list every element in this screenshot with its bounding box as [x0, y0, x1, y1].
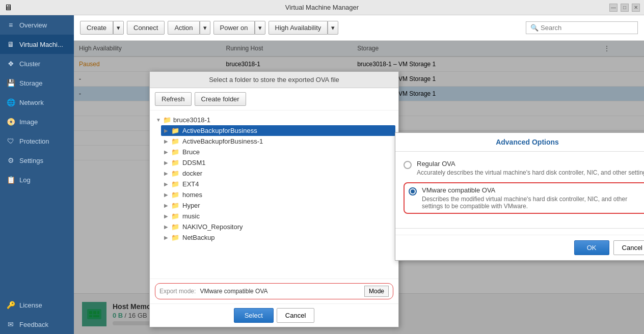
folder-icon: 📁	[171, 148, 179, 156]
tree-item-label: docker	[182, 170, 202, 177]
power-on-button[interactable]: Power on	[213, 21, 255, 35]
sidebar-item-overview[interactable]: ≡ Overview	[0, 15, 74, 35]
restore-button[interactable]: □	[621, 4, 629, 12]
item-expand-icon[interactable]: ▶	[164, 181, 169, 187]
license-icon: 🔑	[6, 300, 15, 310]
tree-item-label: music	[182, 212, 200, 220]
ok-button[interactable]: OK	[574, 240, 609, 255]
sidebar-item-virtual-machine[interactable]: 🖥 Virtual Machi...	[0, 35, 74, 54]
folder-icon: 📁	[171, 212, 179, 220]
item-expand-icon[interactable]: ▶	[164, 160, 169, 165]
folder-icon: 📁	[171, 234, 179, 241]
tree-item[interactable]: ▶📁music	[161, 211, 395, 221]
image-icon: 📀	[6, 117, 15, 126]
cluster-icon: ❖	[6, 59, 15, 68]
search-box[interactable]: 🔍	[526, 21, 638, 34]
radio-vmware-dot	[411, 189, 415, 193]
sidebar-item-cluster[interactable]: ❖ Cluster	[0, 54, 74, 73]
minimize-button[interactable]: —	[609, 4, 618, 12]
folder-tree: ▼ 📁 bruce3018-1 ▶📁ActiveBackupforBusines…	[150, 110, 398, 279]
tree-item-label: EXT4	[182, 180, 199, 188]
tree-item[interactable]: ▶📁ActiveBackupforBusiness	[161, 125, 395, 136]
tree-root-node[interactable]: ▼ 📁 bruce3018-1	[153, 115, 395, 125]
power-on-dropdown[interactable]: ▾	[255, 21, 265, 35]
sidebar-item-storage[interactable]: 💾 Storage	[0, 73, 74, 93]
folder-icon: 📁	[163, 116, 171, 124]
tree-item-label: ActiveBackupforBusiness	[182, 127, 257, 134]
tree-item-label: Hyper	[182, 202, 200, 209]
export-mode-value: VMware compatible OVA	[200, 288, 360, 295]
select-button[interactable]: Select	[234, 308, 274, 323]
close-button[interactable]: ✕	[632, 4, 640, 12]
item-expand-icon[interactable]: ▶	[164, 213, 169, 219]
sidebar-item-image[interactable]: 📀 Image	[0, 112, 74, 131]
connect-button[interactable]: Connect	[127, 21, 165, 35]
sidebar-label-settings: Settings	[19, 157, 43, 164]
adv-cancel-button[interactable]: Cancel	[613, 240, 644, 255]
action-button[interactable]: Action	[168, 21, 199, 35]
sidebar-label-image: Image	[19, 118, 38, 126]
radio-regular-ova[interactable]: Regular OVA Accurately describes the vir…	[404, 160, 644, 176]
high-availability-button[interactable]: High Availability	[269, 21, 328, 35]
item-expand-icon[interactable]: ▶	[164, 192, 169, 198]
radio-vmware-ova[interactable]: VMware compatible OVA Describes the modi…	[404, 182, 644, 214]
tree-item-label: DDSM1	[182, 159, 206, 166]
sidebar-label-protection: Protection	[19, 137, 49, 145]
folder-icon: 📁	[171, 127, 179, 134]
refresh-button[interactable]: Refresh	[155, 92, 192, 106]
folder-cancel-button[interactable]: Cancel	[277, 308, 314, 323]
sidebar-item-license[interactable]: 🔑 License	[0, 295, 74, 315]
radio-regular-desc: Accurately describes the virtual machine…	[417, 169, 644, 176]
root-expand-icon[interactable]: ▼	[156, 117, 161, 123]
folder-dialog-title: Select a folder to store the exported OV…	[150, 72, 398, 88]
radio-vmware-circle	[409, 187, 417, 196]
root-label: bruce3018-1	[173, 116, 210, 124]
tree-item[interactable]: ▶📁DDSM1	[161, 157, 395, 168]
sidebar-label-cluster: Cluster	[19, 60, 40, 68]
tree-item[interactable]: ▶📁docker	[161, 168, 395, 179]
sidebar-label-network: Network	[19, 99, 44, 106]
radio-regular-label: Regular OVA	[417, 160, 644, 168]
tree-item[interactable]: ▶📁EXT4	[161, 179, 395, 189]
app-icon: 🖥	[4, 3, 12, 12]
sidebar-item-log[interactable]: 📋 Log	[0, 170, 74, 189]
tree-item[interactable]: ▶📁ActiveBackupforBusiness-1	[161, 136, 395, 147]
item-expand-icon[interactable]: ▶	[164, 171, 169, 176]
item-expand-icon[interactable]: ▶	[164, 203, 169, 208]
create-dropdown[interactable]: ▾	[113, 21, 124, 35]
sidebar-item-network[interactable]: 🌐 Network	[0, 93, 74, 112]
search-input[interactable]	[541, 24, 633, 32]
tree-item[interactable]: ▶📁Bruce	[161, 147, 395, 157]
protection-icon: 🛡	[6, 136, 15, 146]
storage-icon: 💾	[6, 78, 15, 88]
sidebar-item-protection[interactable]: 🛡 Protection	[0, 131, 74, 151]
folder-icon: 📁	[171, 180, 179, 188]
folder-icon: 📁	[171, 137, 179, 145]
item-expand-icon[interactable]: ▶	[164, 224, 169, 230]
item-expand-icon[interactable]: ▶	[164, 138, 169, 144]
tree-item[interactable]: ▶📁Hyper	[161, 200, 395, 211]
title-bar: 🖥 Virtual Machine Manager — □ ✕	[0, 0, 644, 15]
window-title: Virtual Machine Manager	[285, 4, 359, 11]
folder-dialog-footer: Export mode: VMware compatible OVA Mode	[150, 279, 398, 303]
export-mode-label: Export mode:	[159, 288, 196, 295]
ha-dropdown[interactable]: ▾	[328, 21, 338, 35]
item-expand-icon[interactable]: ▶	[164, 128, 169, 133]
create-button-group: Create ▾	[80, 21, 124, 35]
item-expand-icon[interactable]: ▶	[164, 235, 169, 240]
folder-dialog: Select a folder to store the exported OV…	[149, 71, 399, 327]
sidebar-item-settings[interactable]: ⚙ Settings	[0, 151, 74, 170]
sidebar-item-feedback[interactable]: ✉ Feedback	[0, 315, 74, 334]
mode-button[interactable]: Mode	[364, 286, 389, 297]
folder-icon: 📁	[171, 159, 179, 166]
create-button[interactable]: Create	[80, 21, 113, 35]
radio-group: Regular OVA Accurately describes the vir…	[404, 160, 644, 214]
tree-item[interactable]: ▶📁NetBackup	[161, 232, 395, 243]
tree-item[interactable]: ▶📁NAKIVO_Repository	[161, 221, 395, 232]
tree-root: ▼ 📁 bruce3018-1 ▶📁ActiveBackupforBusines…	[153, 114, 395, 244]
item-expand-icon[interactable]: ▶	[164, 149, 169, 155]
tree-item[interactable]: ▶📁homes	[161, 189, 395, 200]
action-dropdown[interactable]: ▾	[200, 21, 210, 35]
create-folder-button[interactable]: Create folder	[195, 92, 246, 106]
log-icon: 📋	[6, 175, 15, 184]
